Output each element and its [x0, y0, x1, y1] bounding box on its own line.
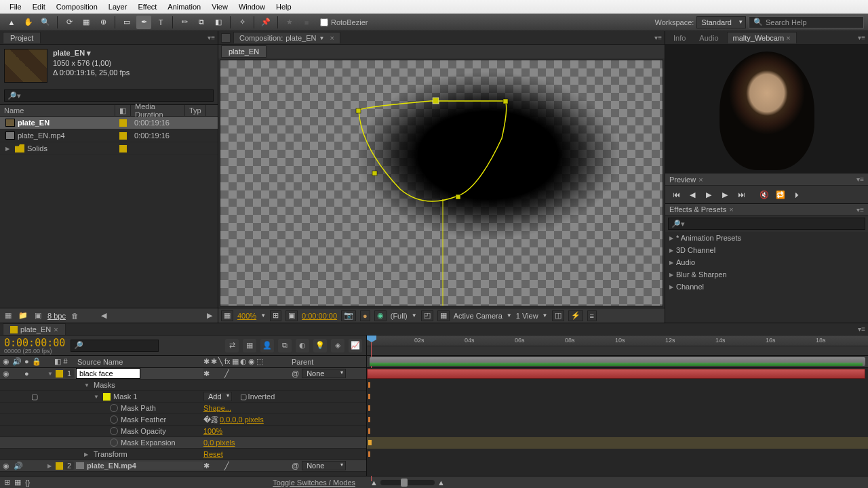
- hand-tool-icon[interactable]: ✋: [21, 16, 36, 29]
- twirl-icon[interactable]: ▼: [84, 382, 91, 388]
- col-type[interactable]: Typ: [185, 105, 206, 116]
- color-mgmt-icon[interactable]: ◉: [374, 310, 387, 321]
- close-icon[interactable]: ×: [698, 176, 703, 184]
- panel-menu-icon[interactable]: ▾≡: [856, 176, 864, 183]
- prop-value[interactable]: 0,0,0,0 pixels: [220, 415, 264, 424]
- effects-category[interactable]: ▶Channel: [665, 281, 868, 293]
- mask-row[interactable]: ▢ ▼Mask 1 Add▢Inverted: [0, 391, 366, 403]
- reset-button[interactable]: Reset: [203, 450, 223, 458]
- panel-menu-icon[interactable]: ▾≡: [208, 34, 215, 41]
- stopwatch-icon[interactable]: [110, 439, 118, 447]
- roto-tool-icon[interactable]: ✧: [235, 16, 250, 29]
- twirl-icon[interactable]: ▶: [84, 451, 91, 458]
- snapshot-icon[interactable]: 📷: [341, 310, 356, 321]
- mask-path-prop[interactable]: Mask Path Shape...: [0, 403, 366, 414]
- stopwatch-icon[interactable]: [110, 427, 118, 435]
- rotobezier-checkbox[interactable]: RotoBezier: [320, 18, 368, 26]
- footer-icon[interactable]: ⊞: [4, 478, 10, 487]
- panel-menu-icon[interactable]: ▾≡: [856, 206, 864, 214]
- panel-menu-icon[interactable]: ▾≡: [858, 34, 865, 41]
- auto-keyframe-icon[interactable]: ◈: [331, 339, 344, 352]
- composition-viewer[interactable]: [220, 60, 663, 306]
- dropdown-icon[interactable]: ▼: [319, 35, 324, 41]
- project-tab[interactable]: Project: [3, 32, 41, 43]
- playhead[interactable]: [367, 336, 376, 346]
- parent-dropdown[interactable]: None: [302, 369, 346, 378]
- mask-opacity-prop[interactable]: Mask Opacity 100%: [0, 426, 366, 437]
- timeline-tab[interactable]: plate_EN ×: [3, 323, 66, 335]
- footer-icon[interactable]: {}: [25, 479, 30, 487]
- panel-menu-icon[interactable]: ▾≡: [858, 325, 865, 333]
- project-item-folder[interactable]: ▶Solids: [0, 142, 218, 155]
- source-name-col[interactable]: Source Name: [75, 358, 203, 366]
- mask-mode-dropdown[interactable]: Add: [203, 392, 232, 401]
- dropdown-icon[interactable]: ▼: [412, 312, 417, 319]
- rotate-tool-icon[interactable]: ⟳: [62, 16, 77, 29]
- label-swatch[interactable]: [119, 132, 127, 140]
- selection-tool-icon[interactable]: ▲: [4, 16, 19, 29]
- star-icon[interactable]: ★: [282, 16, 297, 29]
- clone-tool-icon[interactable]: ⧉: [194, 16, 209, 29]
- mask-lock-icon[interactable]: ▢: [31, 392, 38, 401]
- transform-group[interactable]: ▶Transform Reset: [0, 449, 366, 460]
- roi-icon[interactable]: ◰: [421, 310, 433, 321]
- draft-3d-icon[interactable]: ▦: [243, 339, 256, 352]
- dropdown-icon[interactable]: ▼: [507, 312, 512, 319]
- effects-category[interactable]: ▶Audio: [665, 256, 868, 268]
- close-icon[interactable]: ×: [330, 34, 334, 42]
- pen-tool-icon[interactable]: ✒: [136, 16, 151, 29]
- prev-frame-icon[interactable]: ◀: [687, 189, 698, 200]
- pickwhip-icon[interactable]: @: [292, 462, 299, 470]
- col-label[interactable]: ◧: [115, 105, 131, 116]
- square-icon[interactable]: ■: [299, 16, 314, 29]
- twirl-icon[interactable]: ▶: [47, 463, 54, 469]
- toggle-switches-button[interactable]: Toggle Switches / Modes: [273, 479, 355, 487]
- menu-layer[interactable]: Layer: [103, 1, 133, 12]
- close-icon[interactable]: ×: [54, 325, 58, 333]
- loop-icon[interactable]: 🔁: [775, 189, 786, 200]
- search-help-input[interactable]: 🔍 Search Help: [749, 16, 864, 28]
- parent-col[interactable]: Parent: [292, 358, 366, 366]
- pan-behind-tool-icon[interactable]: ⊕: [96, 16, 111, 29]
- shy-icon[interactable]: 👤: [260, 339, 274, 352]
- eraser-tool-icon[interactable]: ◧: [211, 16, 226, 29]
- prop-value[interactable]: 0,0 pixels: [203, 439, 235, 447]
- brainstorm-icon[interactable]: 💡: [313, 339, 327, 352]
- safe-zones-icon[interactable]: ⊞: [270, 310, 281, 321]
- layer-name-input[interactable]: black face: [76, 368, 140, 379]
- timeline-search-input[interactable]: 🔎: [71, 340, 159, 352]
- layer-row-1[interactable]: ◉● ▼1 black face ✱╱ @None: [0, 368, 366, 380]
- pixel-aspect-icon[interactable]: ◫: [552, 310, 564, 321]
- mask-feather-prop[interactable]: Mask Feather �露0,0,0,0 pixels: [0, 414, 366, 426]
- time-ruler[interactable]: 02s 04s 06s 08s 10s 12s 14s 16s 18s: [366, 336, 868, 355]
- frame-blend-icon[interactable]: ⧉: [278, 339, 292, 352]
- mask-toggle-icon[interactable]: ▣: [285, 310, 298, 321]
- mask-expansion-prop[interactable]: Mask Expansion 0,0 pixels: [0, 437, 366, 449]
- webcam-tab[interactable]: malty_Webcam ×: [727, 32, 797, 43]
- new-comp-icon[interactable]: ▣: [33, 310, 43, 321]
- menu-view[interactable]: View: [206, 1, 233, 12]
- panel-menu-icon[interactable]: ▾≡: [654, 34, 662, 41]
- menu-edit[interactable]: Edit: [27, 1, 51, 12]
- prop-value[interactable]: 100%: [203, 427, 222, 435]
- resolution-dropdown[interactable]: (Full): [391, 312, 408, 320]
- ram-preview-icon[interactable]: ⏵: [791, 189, 802, 200]
- pickwhip-icon[interactable]: @: [292, 369, 299, 378]
- stopwatch-icon[interactable]: [110, 415, 118, 424]
- new-folder-icon[interactable]: 📁: [18, 310, 28, 321]
- mask-path[interactable]: [220, 60, 654, 306]
- timeline-tracks[interactable]: [366, 368, 868, 476]
- prop-value[interactable]: Shape...: [203, 404, 231, 412]
- zoom-tool-icon[interactable]: 🔍: [38, 16, 53, 29]
- dropdown-icon[interactable]: ▼: [542, 312, 548, 319]
- views-dropdown[interactable]: 1 View: [516, 312, 538, 320]
- motion-blur-icon[interactable]: ◐: [296, 339, 309, 352]
- lock-icon[interactable]: [221, 33, 231, 43]
- work-area-bar[interactable]: [370, 357, 865, 366]
- grid-toggle-icon[interactable]: ▦: [221, 310, 233, 321]
- zoom-dropdown-icon[interactable]: ▼: [260, 312, 266, 319]
- channel-icon[interactable]: ●: [360, 310, 370, 321]
- camera-tool-icon[interactable]: ▦: [79, 16, 94, 29]
- twirl-icon[interactable]: ▶: [5, 146, 12, 152]
- close-icon[interactable]: ×: [729, 205, 733, 214]
